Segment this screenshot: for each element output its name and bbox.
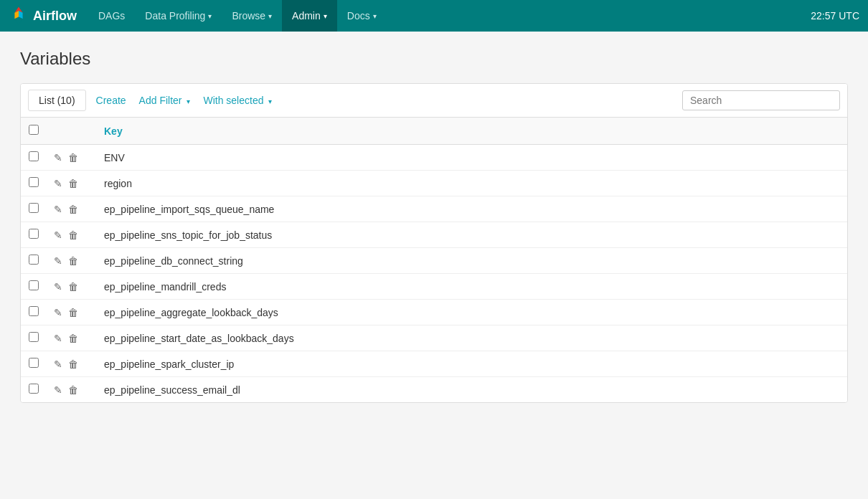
add-filter-link[interactable]: Add Filter ▾ — [136, 90, 194, 110]
chevron-down-icon: ▾ — [187, 98, 190, 105]
actions-header — [47, 118, 97, 145]
row-checkbox-cell — [21, 248, 47, 274]
row-key: ep_pipeline_success_email_dl — [97, 377, 847, 403]
row-checkbox[interactable] — [29, 203, 39, 213]
row-actions: ✎ 🗑 — [47, 222, 97, 248]
action-row: List (10) Create Add Filter ▾ With selec… — [21, 84, 847, 118]
delete-icon[interactable]: 🗑 — [68, 204, 78, 215]
row-actions: ✎ 🗑 — [47, 248, 97, 274]
table-row: ✎ 🗑 ep_pipeline_mandrill_creds — [21, 274, 847, 300]
select-all-checkbox[interactable] — [29, 125, 39, 135]
row-checkbox[interactable] — [29, 306, 39, 316]
delete-icon[interactable]: 🗑 — [68, 255, 78, 267]
table-header-row: Key — [21, 118, 847, 145]
table-row: ✎ 🗑 ep_pipeline_spark_cluster_ip — [21, 351, 847, 377]
row-checkbox-cell — [21, 222, 47, 248]
table-body: ✎ 🗑 ENV ✎ 🗑 region ✎ 🗑 ep_pipeline_impor… — [21, 145, 847, 403]
row-checkbox[interactable] — [29, 177, 39, 187]
table-row: ✎ 🗑 ENV — [21, 145, 847, 171]
chevron-down-icon: ▾ — [208, 12, 212, 20]
row-checkbox-cell — [21, 145, 47, 171]
nav-items: DAGs Data Profiling ▾ Browse ▾ Admin ▾ D… — [88, 0, 811, 32]
list-tab-button[interactable]: List (10) — [28, 90, 86, 111]
row-checkbox-cell — [21, 171, 47, 196]
table-row: ✎ 🗑 ep_pipeline_success_email_dl — [21, 377, 847, 403]
page-content: Variables List (10) Create Add Filter ▾ … — [0, 32, 868, 420]
delete-icon[interactable]: 🗑 — [68, 281, 78, 293]
nav-item-browse[interactable]: Browse ▾ — [222, 0, 282, 32]
delete-icon[interactable]: 🗑 — [68, 333, 78, 344]
header-checkbox-cell — [21, 118, 47, 145]
row-key: ep_pipeline_spark_cluster_ip — [97, 351, 847, 377]
variables-table-container: List (10) Create Add Filter ▾ With selec… — [20, 83, 848, 403]
row-checkbox[interactable] — [29, 280, 39, 290]
row-checkbox[interactable] — [29, 151, 39, 161]
row-key: ep_pipeline_start_date_as_lookback_days — [97, 325, 847, 351]
row-checkbox-cell — [21, 351, 47, 377]
row-key: region — [97, 171, 847, 196]
edit-icon[interactable]: ✎ — [54, 281, 62, 293]
table-row: ✎ 🗑 ep_pipeline_aggregate_lookback_days — [21, 300, 847, 325]
chevron-down-icon: ▾ — [373, 12, 377, 20]
row-key: ep_pipeline_sns_topic_for_job_status — [97, 222, 847, 248]
table-row: ✎ 🗑 region — [21, 171, 847, 196]
row-actions: ✎ 🗑 — [47, 171, 97, 196]
table-row: ✎ 🗑 ep_pipeline_import_sqs_queue_name — [21, 196, 847, 222]
nav-item-docs[interactable]: Docs ▾ — [337, 0, 387, 32]
edit-icon[interactable]: ✎ — [54, 307, 62, 318]
row-checkbox[interactable] — [29, 358, 39, 368]
nav-time: 22:57 UTC — [811, 10, 859, 22]
delete-icon[interactable]: 🗑 — [68, 358, 78, 370]
edit-icon[interactable]: ✎ — [54, 204, 62, 215]
row-checkbox-cell — [21, 300, 47, 325]
delete-icon[interactable]: 🗑 — [68, 384, 78, 396]
search-input[interactable] — [682, 90, 840, 110]
edit-icon[interactable]: ✎ — [54, 229, 62, 241]
create-link[interactable]: Create — [93, 90, 129, 110]
row-checkbox-cell — [21, 325, 47, 351]
row-checkbox-cell — [21, 274, 47, 300]
row-checkbox-cell — [21, 196, 47, 222]
airflow-logo-icon — [9, 6, 29, 26]
row-actions: ✎ 🗑 — [47, 325, 97, 351]
chevron-down-icon: ▾ — [268, 98, 272, 105]
row-actions: ✎ 🗑 — [47, 351, 97, 377]
row-actions: ✎ 🗑 — [47, 145, 97, 171]
row-checkbox[interactable] — [29, 384, 39, 394]
table-row: ✎ 🗑 ep_pipeline_start_date_as_lookback_d… — [21, 325, 847, 351]
table-row: ✎ 🗑 ep_pipeline_db_connect_string — [21, 248, 847, 274]
edit-icon[interactable]: ✎ — [54, 333, 62, 344]
row-key: ep_pipeline_aggregate_lookback_days — [97, 300, 847, 325]
row-checkbox[interactable] — [29, 229, 39, 239]
edit-icon[interactable]: ✎ — [54, 358, 62, 370]
edit-icon[interactable]: ✎ — [54, 178, 62, 189]
edit-icon[interactable]: ✎ — [54, 384, 62, 396]
navbar: Airflow DAGs Data Profiling ▾ Browse ▾ A… — [0, 0, 868, 32]
delete-icon[interactable]: 🗑 — [68, 307, 78, 318]
row-actions: ✎ 🗑 — [47, 196, 97, 222]
table-row: ✎ 🗑 ep_pipeline_sns_topic_for_job_status — [21, 222, 847, 248]
page-title: Variables — [20, 49, 848, 69]
row-checkbox[interactable] — [29, 255, 39, 265]
delete-icon[interactable]: 🗑 — [68, 152, 78, 163]
row-checkbox-cell — [21, 377, 47, 403]
with-selected-link[interactable]: With selected ▾ — [200, 90, 275, 110]
edit-icon[interactable]: ✎ — [54, 152, 62, 163]
chevron-down-icon: ▾ — [268, 12, 272, 20]
edit-icon[interactable]: ✎ — [54, 255, 62, 267]
delete-icon[interactable]: 🗑 — [68, 229, 78, 241]
nav-item-admin[interactable]: Admin ▾ — [282, 0, 337, 32]
nav-item-data-profiling[interactable]: Data Profiling ▾ — [135, 0, 222, 32]
variables-table: Key ✎ 🗑 ENV ✎ 🗑 region — [21, 118, 847, 402]
key-column-header: Key — [97, 118, 847, 145]
row-key: ep_pipeline_import_sqs_queue_name — [97, 196, 847, 222]
delete-icon[interactable]: 🗑 — [68, 178, 78, 189]
row-actions: ✎ 🗑 — [47, 300, 97, 325]
row-checkbox[interactable] — [29, 332, 39, 342]
nav-logo[interactable]: Airflow — [9, 6, 77, 26]
row-key: ENV — [97, 145, 847, 171]
nav-logo-text: Airflow — [33, 9, 77, 24]
row-actions: ✎ 🗑 — [47, 274, 97, 300]
nav-item-dags[interactable]: DAGs — [88, 0, 135, 32]
chevron-down-icon: ▾ — [324, 12, 327, 20]
